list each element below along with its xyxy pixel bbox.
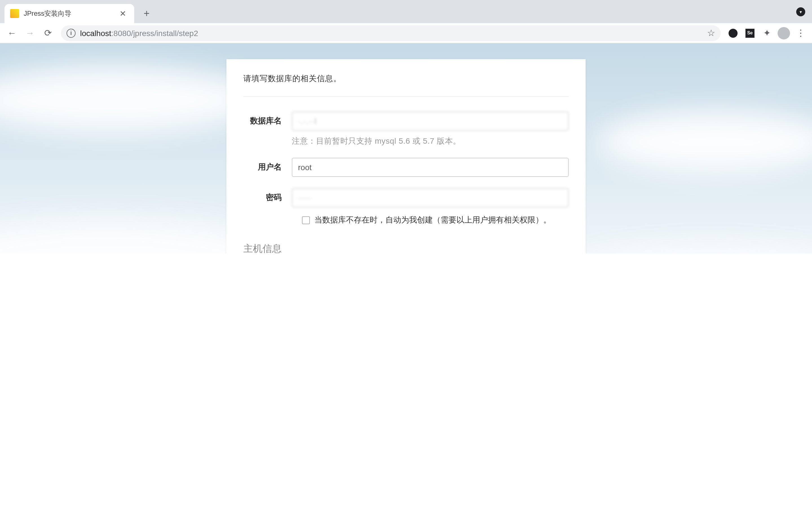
tab-title: JPress安装向导 (24, 9, 113, 18)
auto-create-checkbox[interactable] (302, 216, 310, 224)
extensions-icon[interactable]: ✦ (759, 25, 775, 41)
tab-close-icon[interactable]: ✕ (117, 8, 129, 19)
nav-reload-button[interactable]: ⟳ (40, 24, 56, 41)
username-input[interactable] (292, 158, 569, 177)
install-form-panel: 请填写数据库的相关信息。 数据库名 注意：目前暂时只支持 mysql 5.6 或… (226, 59, 586, 253)
url-text: localhost:8080/jpress/install/step2 (80, 29, 198, 38)
password-label: 密码 (243, 188, 292, 203)
extension-record-icon[interactable] (725, 25, 741, 41)
bookmark-star-icon[interactable]: ☆ (707, 27, 715, 38)
window-caret-icon[interactable]: ▾ (796, 7, 805, 16)
form-intro: 请填写数据库的相关信息。 (243, 74, 569, 84)
address-bar[interactable]: i localhost:8080/jpress/install/step2 ☆ (61, 25, 721, 41)
password-input[interactable] (292, 188, 569, 207)
tab-strip: JPress安装向导 ✕ + ▾ (0, 0, 812, 23)
auto-create-label: 当数据库不存在时，自动为我创建（需要以上用户拥有相关权限）。 (314, 215, 551, 225)
browser-tab[interactable]: JPress安装向导 ✕ (4, 4, 134, 23)
browser-toolbar: ← → ⟳ i localhost:8080/jpress/install/st… (0, 23, 812, 43)
browser-menu-icon[interactable]: ⋮ (793, 25, 809, 41)
page-viewport: 请填写数据库的相关信息。 数据库名 注意：目前暂时只支持 mysql 5.6 或… (0, 43, 812, 253)
host-section-title: 主机信息 (243, 242, 569, 253)
db-name-hint: 注意：目前暂时只支持 mysql 5.6 或 5.7 版本。 (292, 136, 569, 147)
new-tab-button[interactable]: + (139, 6, 154, 21)
tab-favicon (10, 9, 19, 18)
nav-forward-button[interactable]: → (21, 24, 38, 41)
username-label: 用户名 (243, 158, 292, 172)
db-name-label: 数据库名 (243, 112, 292, 126)
extension-selenium-icon[interactable]: Se (742, 25, 758, 41)
profile-avatar-icon[interactable] (776, 25, 792, 41)
nav-back-button[interactable]: ← (3, 24, 20, 41)
db-name-input[interactable] (292, 112, 569, 131)
site-info-icon[interactable]: i (66, 29, 75, 38)
